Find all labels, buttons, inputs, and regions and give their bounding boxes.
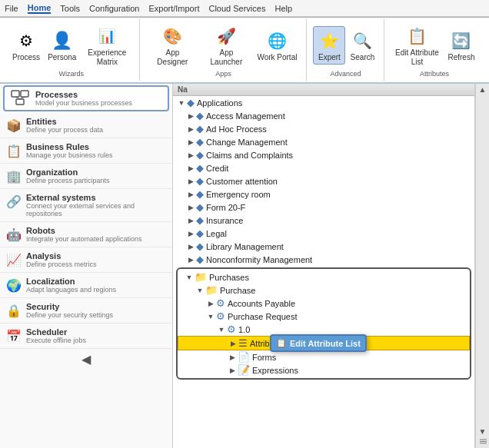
purchases-section: ▼ 📁 Purchases ▼ 📁 Purchase ▶ ⚙ Accounts … <box>176 267 471 380</box>
sidebar-item-security[interactable]: 🔒 Security Define your security settings <box>0 298 172 324</box>
tree-item-access-mgmt[interactable]: ▶ ◆ Access Management <box>173 109 474 122</box>
tree-item-insurance[interactable]: ▶ ◆ Insurance <box>173 214 474 227</box>
ribbon-btn-exp-matrix[interactable]: 📊 Experience Matrix <box>81 22 133 68</box>
sidebar-item-localization[interactable]: 🌍 Localization Adapt languages and regio… <box>0 273 172 298</box>
legal-icon: ◆ <box>196 227 204 239</box>
expand-claims[interactable]: ▶ <box>185 150 196 161</box>
ribbon-btn-expert[interactable]: ⭐ Expert <box>313 26 345 65</box>
version-icon: ⚙ <box>227 324 236 335</box>
tree-item-library-mgmt[interactable]: ▶ ◆ Library Management <box>173 240 474 253</box>
sidebar-item-organization[interactable]: 🏢 Organization Define process participan… <box>0 164 172 189</box>
edit-attribute-list-popup[interactable]: 📋 Edit Attribute List <box>270 334 367 352</box>
main-area: Processes Model your business processes … <box>0 84 489 448</box>
insurance-label: Insurance <box>206 216 243 225</box>
expand-purchases[interactable]: ▼ <box>184 272 195 283</box>
ribbon-btn-edit-attr-list[interactable]: 📋 Edit Attribute List <box>391 22 443 68</box>
tree-item-form20f[interactable]: ▶ ◆ Form 20-F <box>173 201 474 214</box>
entities-icon: 📦 <box>6 118 22 133</box>
menu-tools[interactable]: Tools <box>60 4 80 13</box>
ribbon-btn-persona[interactable]: 👤 Persona <box>45 27 79 64</box>
sidebar-item-business-rules[interactable]: 📋 Business Rules Manage your business ru… <box>0 138 172 164</box>
menu-home[interactable]: Home <box>28 3 52 14</box>
tree-item-nonconformity[interactable]: ▶ ◆ Nonconformity Management <box>173 253 474 266</box>
tree-item-legal[interactable]: ▶ ◆ Legal <box>173 227 474 240</box>
ribbon-btn-work-portal[interactable]: 🌐 Work Portal <box>254 27 300 64</box>
ribbon-btn-process[interactable]: ⚙ Process <box>9 27 43 64</box>
menu-export-import[interactable]: Export/Import <box>148 4 199 13</box>
tree-item-applications[interactable]: ▼ ◆ Applications <box>173 96 474 109</box>
tree-item-purchases[interactable]: ▼ 📁 Purchases <box>178 270 470 284</box>
expressions-label: Expressions <box>252 366 298 375</box>
expand-purchase[interactable]: ▼ <box>195 285 205 296</box>
expand-legal[interactable]: ▶ <box>185 228 196 239</box>
ribbon: ⚙ Process 👤 Persona 📊 Experience Matrix … <box>0 17 489 84</box>
version-label: 1.0 <box>238 325 250 334</box>
process-icon: ⚙ <box>14 28 38 53</box>
sidebar-item-analysis[interactable]: 📈 Analysis Define process metrics <box>0 247 172 273</box>
menu-cloud-services[interactable]: Cloud Services <box>208 4 265 13</box>
ribbon-btn-app-designer[interactable]: 🎨 App Designer <box>146 22 198 68</box>
purchase-folder-icon: 📁 <box>205 284 218 296</box>
sidebar-item-robots[interactable]: 🤖 Robots Integrate your automated applic… <box>0 222 172 247</box>
tree-header: Na <box>173 84 474 96</box>
tree-item-customer-attention[interactable]: ▶ ◆ Customer attention <box>173 174 474 187</box>
exp-matrix-icon: 📊 <box>95 24 119 48</box>
expand-forms[interactable]: ▶ <box>227 352 238 363</box>
security-label: Security <box>26 302 113 311</box>
scheduler-label: Scheduler <box>26 327 86 337</box>
tree-item-change-mgmt[interactable]: ▶ ◆ Change Management <box>173 135 474 148</box>
sidebar-item-external-systems[interactable]: 🔗 External systems Connect your external… <box>0 189 172 222</box>
scheduler-text: Scheduler Execute offline jobs <box>26 327 86 344</box>
menu-bar: File Home Tools Configuration Export/Imp… <box>0 0 489 17</box>
apps-buttons: 🎨 App Designer 🚀 App Launcher 🌐 Work Por… <box>146 22 300 68</box>
expand-adhoc[interactable]: ▶ <box>185 124 196 134</box>
purchase-request-icon: ⚙ <box>216 310 225 322</box>
tree-item-expressions[interactable]: ▶ 📝 Expressions <box>178 363 470 377</box>
robots-label: Robots <box>26 226 142 235</box>
sidebar-item-entities[interactable]: 📦 Entities Define your process data <box>0 113 172 138</box>
expand-expressions[interactable]: ▶ <box>227 365 238 376</box>
expand-version-1[interactable]: ▼ <box>216 324 227 335</box>
expand-library[interactable]: ▶ <box>185 241 196 252</box>
sidebar-item-scheduler[interactable]: 📅 Scheduler Execute offline jobs <box>0 324 172 349</box>
menu-file[interactable]: File <box>5 4 18 13</box>
expand-credit[interactable]: ▶ <box>185 163 196 174</box>
menu-configuration[interactable]: Configuration <box>89 4 139 13</box>
expand-applications[interactable]: ▼ <box>176 98 187 108</box>
nav-arrow-down[interactable]: ▼ <box>479 427 487 436</box>
expand-form20f[interactable]: ▶ <box>185 202 196 213</box>
ribbon-btn-app-launcher[interactable]: 🚀 App Launcher <box>200 22 252 68</box>
robots-sublabel: Integrate your automated applications <box>26 235 142 243</box>
tree-item-credit[interactable]: ▶ ◆ Credit <box>173 161 474 174</box>
ribbon-btn-refresh[interactable]: 🔄 Refresh <box>444 27 477 64</box>
expand-insurance[interactable]: ▶ <box>185 215 196 226</box>
expand-emergency[interactable]: ▶ <box>185 189 196 200</box>
tree-item-purchase[interactable]: ▼ 📁 Purchase <box>178 284 470 297</box>
expand-purchase-request[interactable]: ▼ <box>205 311 216 322</box>
tree-item-emergency[interactable]: ▶ ◆ Emergency room <box>173 187 474 201</box>
tree-item-accounts-payable[interactable]: ▶ ⚙ Accounts Payable <box>178 297 470 310</box>
expand-attributes[interactable]: ▶ <box>228 338 238 349</box>
sidebar-item-processes[interactable]: Processes Model your business processes <box>3 85 169 111</box>
expand-customer[interactable]: ▶ <box>185 176 196 187</box>
expand-access-mgmt[interactable]: ▶ <box>185 111 196 121</box>
app-designer-label: App Designer <box>149 48 195 67</box>
tree-item-claims[interactable]: ▶ ◆ Claims and Complaints <box>173 148 474 161</box>
tree-item-forms[interactable]: ▶ 📄 Forms <box>178 350 470 363</box>
analysis-text: Analysis Define process metrics <box>26 251 97 268</box>
work-portal-icon: 🌐 <box>264 28 289 53</box>
analysis-label: Analysis <box>26 251 97 261</box>
expand-accounts-payable[interactable]: ▶ <box>205 298 216 309</box>
expand-change-mgmt[interactable]: ▶ <box>185 137 196 148</box>
nav-arrow-up[interactable]: ▲ <box>479 85 487 94</box>
localization-sublabel: Adapt languages and regions <box>26 286 116 294</box>
menu-help[interactable]: Help <box>274 4 292 13</box>
apps-group-label: Apps <box>215 68 231 78</box>
sidebar-collapse-btn[interactable]: ◀ <box>0 349 172 370</box>
ribbon-btn-search[interactable]: 🔍 Search <box>347 27 378 64</box>
tree-item-purchase-request[interactable]: ▼ ⚙ Purchase Request <box>178 310 470 323</box>
tree-item-adhoc[interactable]: ▶ ◆ Ad Hoc Process <box>173 122 474 135</box>
customer-icon: ◆ <box>196 175 204 187</box>
accounts-payable-label: Accounts Payable <box>228 299 295 308</box>
expand-nonconformity[interactable]: ▶ <box>185 254 196 265</box>
